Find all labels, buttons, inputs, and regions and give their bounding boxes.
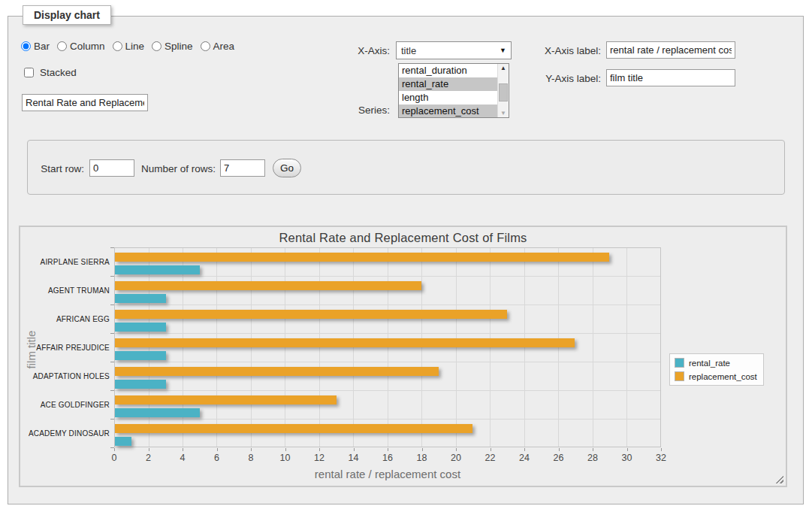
bar-rental_rate bbox=[115, 323, 166, 332]
x-tick-label: 20 bbox=[451, 453, 461, 463]
category-label: ACADEMY DINOSAUR bbox=[20, 429, 110, 438]
series-listbox[interactable]: rental_durationrental_ratelengthreplacem… bbox=[398, 63, 509, 118]
x-tick-label: 16 bbox=[382, 453, 393, 463]
stacked-label: Stacked bbox=[40, 67, 77, 78]
x-tick-mark bbox=[319, 448, 320, 451]
x-axis-caption: X-Axis: bbox=[323, 45, 390, 56]
series-option-replacement_cost[interactable]: replacement_cost bbox=[399, 105, 497, 117]
category-label: AIRPLANE SIERRA bbox=[20, 258, 110, 266]
y-tick-mark bbox=[110, 419, 114, 420]
bar-rental_rate bbox=[115, 351, 166, 360]
fieldset-legend: Display chart bbox=[23, 5, 111, 25]
resize-handle-icon[interactable] bbox=[775, 475, 783, 483]
start-row-label: Start row: bbox=[0, 163, 84, 174]
x-tick-label: 22 bbox=[485, 453, 496, 463]
stacked-checkbox[interactable] bbox=[24, 68, 34, 77]
series-option-rental_duration[interactable]: rental_duration bbox=[399, 64, 497, 77]
chart-type-row: BarColumnLineSplineArea bbox=[21, 41, 234, 52]
bar-replacement_cost bbox=[115, 281, 421, 290]
x-tick-mark bbox=[491, 448, 491, 451]
bar-rental_rate bbox=[115, 380, 166, 389]
legend-item-replacement_cost: replacement_cost bbox=[675, 371, 757, 381]
x-axis-title: rental rate / replacement cost bbox=[315, 468, 460, 480]
page: Display chart BarColumnLineSplineArea St… bbox=[0, 0, 812, 512]
x-axis-label-input[interactable] bbox=[606, 41, 735, 59]
x-tick-mark bbox=[183, 448, 183, 451]
go-button[interactable]: Go bbox=[273, 159, 301, 177]
x-tick-label: 12 bbox=[314, 453, 324, 463]
number-of-rows-input[interactable] bbox=[220, 159, 265, 177]
x-tick-mark bbox=[456, 448, 457, 451]
x-tick-mark bbox=[114, 448, 115, 451]
x-tick-label: 2 bbox=[146, 453, 151, 463]
x-tick-mark bbox=[285, 448, 286, 451]
x-axis-selected-value: title bbox=[401, 45, 416, 56]
y-tick-mark bbox=[110, 362, 114, 362]
scrollbar-down-icon[interactable]: ▼ bbox=[498, 110, 509, 117]
x-tick-label: 26 bbox=[554, 453, 564, 463]
x-tick-mark bbox=[422, 448, 423, 451]
chart-type-bar[interactable]: Bar bbox=[21, 41, 50, 52]
dropdown-arrow-icon: ▼ bbox=[500, 47, 506, 54]
chart-type-radio-bar[interactable] bbox=[21, 41, 31, 51]
bar-replacement_cost bbox=[115, 338, 575, 347]
category-label: AGENT TRUMAN bbox=[20, 286, 110, 295]
series-listbox-scrollbar[interactable]: ▲ ▼ bbox=[497, 64, 509, 117]
scrollbar-thumb[interactable] bbox=[499, 83, 508, 101]
x-tick-label: 4 bbox=[180, 453, 186, 463]
legend-swatch-icon bbox=[675, 358, 684, 368]
chart-type-area[interactable]: Area bbox=[201, 41, 235, 52]
chart-type-line[interactable]: Line bbox=[113, 41, 145, 52]
chart-type-label: Bar bbox=[34, 41, 50, 52]
bar-replacement_cost bbox=[115, 310, 507, 319]
x-tick-mark bbox=[593, 448, 593, 451]
x-axis-select[interactable]: title ▼ bbox=[396, 41, 512, 59]
bar-replacement_cost bbox=[115, 253, 609, 262]
x-axis-label-caption: X-Axis label: bbox=[526, 45, 601, 56]
y-tick-mark bbox=[110, 333, 114, 334]
x-tick-mark bbox=[559, 448, 560, 451]
x-tick-mark bbox=[149, 448, 149, 451]
number-of-rows-label: Number of rows: bbox=[113, 163, 216, 174]
chart-type-radio-column[interactable] bbox=[57, 41, 67, 51]
x-tick-mark bbox=[661, 448, 662, 451]
bar-replacement_cost bbox=[115, 424, 472, 433]
chart-type-label: Area bbox=[213, 41, 235, 52]
y-axis-label-caption: Y-Axis label: bbox=[526, 73, 601, 84]
y-tick-mark bbox=[110, 390, 114, 391]
legend-swatch-icon bbox=[675, 371, 684, 381]
legend-label: rental_rate bbox=[689, 359, 730, 368]
series-option-length[interactable]: length bbox=[399, 91, 497, 105]
category-label: ADAPTATION HOLES bbox=[20, 372, 110, 380]
legend-label: replacement_cost bbox=[689, 372, 757, 381]
y-tick-mark bbox=[110, 447, 114, 448]
bar-replacement_cost bbox=[115, 367, 439, 376]
stacked-option[interactable]: Stacked bbox=[21, 65, 77, 80]
chart-title-input[interactable] bbox=[22, 94, 148, 111]
x-tick-label: 32 bbox=[656, 453, 666, 463]
bar-rental_rate bbox=[115, 294, 166, 303]
y-axis-label-input[interactable] bbox=[606, 69, 735, 86]
x-tick-mark bbox=[251, 448, 252, 451]
chart-type-column[interactable]: Column bbox=[57, 41, 105, 52]
y-tick-mark bbox=[110, 247, 114, 248]
x-tick-mark bbox=[627, 448, 628, 451]
chart-type-spline[interactable]: Spline bbox=[152, 41, 193, 52]
x-tick-label: 14 bbox=[349, 453, 359, 463]
series-listbox-options: rental_durationrental_ratelengthreplacem… bbox=[399, 64, 497, 117]
bar-rental_rate bbox=[115, 265, 200, 274]
chart-legend: rental_ratereplacement_cost bbox=[669, 353, 764, 386]
x-tick-label: 0 bbox=[112, 453, 117, 463]
scrollbar-up-icon[interactable]: ▲ bbox=[498, 65, 509, 71]
series-option-rental_rate[interactable]: rental_rate bbox=[399, 77, 497, 91]
y-tick-mark bbox=[110, 276, 114, 277]
chart-type-radio-area[interactable] bbox=[201, 41, 210, 51]
chart-type-radio-spline[interactable] bbox=[152, 41, 161, 51]
chart-type-radio-line[interactable] bbox=[113, 41, 122, 51]
x-tick-mark bbox=[524, 448, 525, 451]
series-caption: Series: bbox=[323, 105, 390, 116]
plot-area bbox=[114, 247, 661, 447]
x-tick-mark bbox=[354, 448, 355, 451]
chart-title: Rental Rate and Replacement Cost of Film… bbox=[20, 231, 786, 245]
x-tick-label: 30 bbox=[622, 453, 632, 463]
